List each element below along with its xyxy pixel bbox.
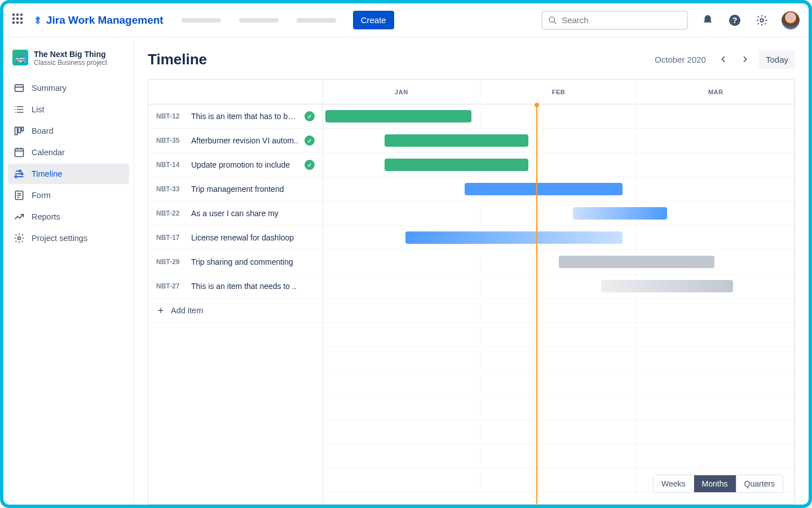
- sidebar-item-label: Timeline: [32, 169, 62, 178]
- task-row[interactable]: NBT-35Afterburner revision VI autom..: [148, 129, 323, 153]
- month-header: JAN: [323, 80, 480, 104]
- task-key: NBT-12: [156, 112, 186, 120]
- svg-point-23: [19, 170, 21, 172]
- brand-logo[interactable]: Jira Work Management: [33, 14, 164, 27]
- sidebar-item-timeline[interactable]: Timeline: [8, 164, 129, 184]
- sidebar-item-list[interactable]: List: [8, 99, 129, 120]
- gantt-row: [323, 226, 795, 250]
- gantt-bar[interactable]: [385, 159, 528, 171]
- sidebar-item-label: Summary: [32, 84, 67, 93]
- nav-placeholder: [239, 18, 279, 23]
- task-key: NBT-29: [156, 258, 186, 266]
- brand-text: Jira Work Management: [46, 14, 164, 27]
- sidebar-item-calendar[interactable]: Calendar: [8, 142, 129, 163]
- sidebar-item-summary[interactable]: Summary: [8, 78, 129, 98]
- task-title: This is an item that has to be…: [191, 112, 299, 121]
- summary-icon: [14, 82, 25, 94]
- project-settings-icon: [14, 233, 25, 244]
- svg-rect-13: [15, 127, 17, 134]
- sidebar-item-project-settings[interactable]: Project settings: [8, 228, 129, 248]
- svg-point-11: [15, 109, 16, 110]
- main: Timeline October 2020 Today NBT-12This i…: [134, 37, 809, 505]
- svg-rect-14: [18, 127, 20, 133]
- svg-point-10: [15, 106, 16, 107]
- notifications-icon[interactable]: [700, 13, 715, 28]
- sidebar-item-label: Calendar: [32, 148, 65, 157]
- svg-point-0: [549, 16, 554, 21]
- today-marker: [536, 104, 537, 504]
- task-key: NBT-27: [156, 282, 186, 290]
- sidebar-item-label: Board: [32, 126, 54, 135]
- project-name: The Next Big Thing: [34, 50, 107, 59]
- next-button[interactable]: [735, 50, 754, 69]
- task-row[interactable]: NBT-29Trip sharing and commenting: [148, 250, 323, 274]
- project-header[interactable]: 🚌 The Next Big Thing Classic Business pr…: [8, 47, 129, 76]
- task-row[interactable]: NBT-12This is an item that has to be…: [148, 104, 323, 129]
- gantt-bar[interactable]: [405, 231, 623, 244]
- settings-icon[interactable]: [754, 13, 769, 28]
- task-title: As a user I can share my: [191, 209, 315, 218]
- sidebar-item-board[interactable]: Board: [8, 121, 129, 141]
- zoom-weeks[interactable]: Weeks: [654, 475, 694, 492]
- nav-placeholder: [182, 18, 221, 23]
- app-switcher-icon[interactable]: [12, 14, 26, 27]
- task-row[interactable]: NBT-14Update promotion to include: [148, 153, 323, 177]
- board-icon: [14, 125, 25, 137]
- list-icon: [14, 104, 25, 115]
- gantt-row: [323, 104, 795, 129]
- search-box[interactable]: [541, 11, 688, 30]
- svg-rect-15: [21, 127, 23, 131]
- gantt-bar[interactable]: [559, 256, 714, 268]
- gantt-row: [323, 153, 795, 177]
- avatar[interactable]: [782, 11, 800, 29]
- create-button[interactable]: Create: [353, 11, 394, 29]
- gantt-row: [323, 274, 795, 299]
- sidebar-item-form[interactable]: Form: [8, 185, 129, 205]
- plus-icon: [156, 306, 165, 315]
- month-header: FEB: [480, 80, 638, 104]
- task-title: Trip sharing and commenting: [191, 257, 315, 266]
- help-icon[interactable]: ?: [727, 13, 742, 28]
- task-row[interactable]: NBT-22As a user I can share my: [148, 202, 323, 226]
- task-key: NBT-17: [156, 234, 186, 242]
- svg-rect-5: [15, 85, 24, 91]
- task-key: NBT-33: [156, 185, 186, 193]
- prev-button[interactable]: [714, 50, 733, 69]
- nav-placeholder: [297, 18, 336, 23]
- svg-rect-16: [15, 148, 24, 156]
- task-row[interactable]: NBT-17License renewal for dashloop: [148, 226, 323, 250]
- form-icon: [14, 190, 25, 201]
- svg-point-25: [15, 176, 17, 177]
- task-column: NBT-12This is an item that has to be…NBT…: [148, 80, 323, 504]
- gantt-bar[interactable]: [385, 134, 528, 147]
- sidebar-item-label: Project settings: [32, 234, 87, 243]
- gantt-row: [323, 177, 795, 202]
- svg-point-24: [21, 173, 23, 174]
- sidebar-item-label: Form: [32, 191, 51, 200]
- calendar-icon: [14, 147, 25, 158]
- gantt-bar[interactable]: [601, 280, 733, 292]
- svg-point-12: [15, 112, 16, 113]
- add-item-button[interactable]: Add item: [148, 299, 323, 323]
- task-row[interactable]: NBT-27This is an item that needs to ..: [148, 274, 323, 299]
- task-row[interactable]: NBT-33Trip management frontend: [148, 177, 323, 202]
- zoom-months[interactable]: Months: [694, 475, 736, 492]
- gantt-row: [323, 250, 795, 274]
- svg-text:?: ?: [732, 16, 738, 25]
- task-key: NBT-14: [156, 161, 186, 169]
- search-icon: [548, 15, 557, 25]
- chevron-left-icon: [719, 55, 728, 64]
- gantt-row: [323, 129, 795, 153]
- sidebar: 🚌 The Next Big Thing Classic Business pr…: [3, 37, 134, 505]
- gantt-bar[interactable]: [465, 183, 623, 195]
- done-icon: [304, 111, 315, 121]
- page-title: Timeline: [148, 51, 207, 68]
- gantt-bar[interactable]: [325, 110, 471, 122]
- gantt-bar[interactable]: [573, 207, 667, 220]
- month-header: MAR: [637, 80, 795, 104]
- sidebar-item-reports[interactable]: Reports: [8, 207, 129, 227]
- today-button[interactable]: Today: [759, 50, 795, 69]
- task-key: NBT-22: [156, 209, 186, 217]
- zoom-quarters[interactable]: Quarters: [736, 475, 783, 492]
- search-input[interactable]: [562, 15, 681, 25]
